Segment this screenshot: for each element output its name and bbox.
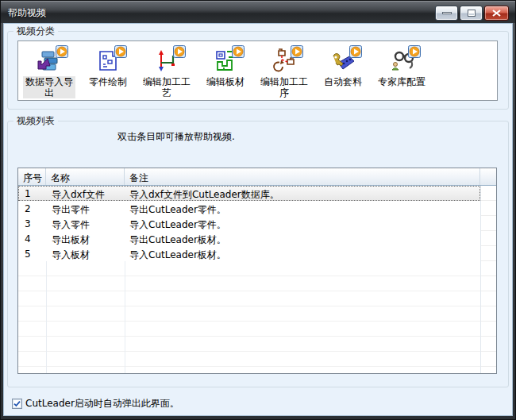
cell-no: 4 [18, 231, 46, 246]
cell-name: 导入dxf文件 [46, 186, 125, 201]
toolbar-button-edit-operation[interactable]: 编辑加工工序 [255, 44, 314, 100]
video-categories-group: 视频分类 [7, 31, 509, 110]
restore-icon [468, 10, 476, 17]
table-empty-area [18, 261, 480, 373]
help-video-dialog: 帮助视频 视频分类 [0, 0, 516, 420]
toolbar-button-auto-nesting[interactable]: 自动套料 [314, 44, 372, 100]
play-badge-icon [56, 45, 68, 58]
cell-remark: 导入dxf文件到CutLeader数据库。 [125, 186, 480, 201]
column-header-filler [480, 168, 496, 185]
toolbar-button-edit-process[interactable]: 编辑加工工艺 [137, 44, 196, 100]
cell-remark: 导入CutLeader板材。 [125, 246, 480, 261]
cell-no: 3 [18, 216, 46, 231]
play-badge-icon [408, 45, 421, 58]
dialog-client-area: 视频分类 [3, 23, 513, 416]
toolbar-button-label: 编辑加工工序 [258, 76, 310, 98]
cell-remark: 导出CutLeader零件。 [125, 201, 480, 216]
video-list-group: 视频列表 双击条目即可播放帮助视频. 序号 名称 备注 1 导入dxf文件 导入… [7, 121, 509, 387]
column-header-remark[interactable]: 备注 [125, 168, 480, 185]
toolbar-button-label: 数据导入导出 [23, 76, 75, 98]
toolbar-button-label: 编辑板材 [206, 76, 245, 87]
table-row[interactable]: 1 导入dxf文件 导入dxf文件到CutLeader数据库。 [18, 186, 480, 201]
close-button[interactable] [484, 6, 509, 21]
play-badge-icon [349, 45, 362, 58]
cell-name: 导入板材 [46, 246, 125, 261]
toolbar-button-data-import-export[interactable]: 数据导入导出 [20, 44, 79, 100]
video-categories-group-label: 视频分类 [13, 25, 58, 37]
cell-remark: 导出CutLeader板材。 [125, 231, 480, 246]
minimize-icon [442, 12, 452, 14]
table-header-row: 序号 名称 备注 [18, 168, 496, 186]
cell-name: 导出零件 [46, 201, 125, 216]
play-badge-icon [291, 45, 303, 58]
video-list-table: 序号 名称 备注 1 导入dxf文件 导入dxf文件到CutLeader数据库。… [17, 168, 497, 374]
toolbar-button-expert-config[interactable]: 专家库配置 [372, 44, 431, 100]
restore-button[interactable] [460, 6, 483, 21]
column-header-name[interactable]: 名称 [46, 168, 125, 185]
toolbar-button-label: 零件绘制 [89, 76, 127, 87]
toolbar-button-edit-sheet[interactable]: 编辑板材 [196, 44, 255, 100]
checkbox-checked-icon[interactable] [12, 399, 22, 409]
play-badge-icon [232, 45, 245, 58]
titlebar[interactable]: 帮助视频 [1, 1, 515, 23]
play-badge-icon [114, 45, 127, 58]
cell-name: 导出板材 [46, 231, 125, 246]
toolbar-button-label: 专家库配置 [378, 76, 426, 87]
cell-no: 2 [18, 201, 46, 216]
column-gridline [125, 261, 125, 373]
play-badge-icon [173, 45, 186, 58]
video-list-group-label: 视频列表 [13, 115, 58, 127]
toolbar-button-label: 自动套料 [324, 76, 362, 87]
double-click-hint: 双击条目即可播放帮助视频. [117, 130, 235, 144]
window-controls [435, 6, 509, 21]
table-row[interactable]: 2 导出零件 导出CutLeader零件。 [18, 201, 480, 216]
table-row[interactable]: 4 导出板材 导出CutLeader板材。 [18, 231, 480, 246]
category-toolbar: 数据导入导出 [17, 40, 498, 101]
cell-no: 5 [18, 246, 46, 261]
window-title: 帮助视频 [8, 6, 46, 20]
toolbar-button-part-drawing[interactable]: 零件绘制 [79, 44, 137, 100]
toolbar-button-label: 编辑加工工艺 [141, 76, 193, 98]
autoshow-checkbox-row[interactable]: CutLeader启动时自动弹出此界面。 [12, 397, 179, 410]
cell-name: 导入零件 [46, 216, 125, 231]
table-row[interactable]: 5 导入板材 导入CutLeader板材。 [18, 246, 480, 261]
column-header-no[interactable]: 序号 [18, 168, 46, 185]
column-gridline [46, 261, 47, 373]
minimize-button[interactable] [435, 6, 458, 21]
table-trailing-strip [480, 186, 496, 373]
autoshow-checkbox-label: CutLeader启动时自动弹出此界面。 [25, 397, 179, 410]
cell-no: 1 [18, 186, 46, 201]
close-icon [492, 10, 501, 17]
table-row[interactable]: 3 导入零件 导入CutLeader零件。 [18, 216, 480, 231]
cell-remark: 导入CutLeader零件。 [125, 216, 480, 231]
